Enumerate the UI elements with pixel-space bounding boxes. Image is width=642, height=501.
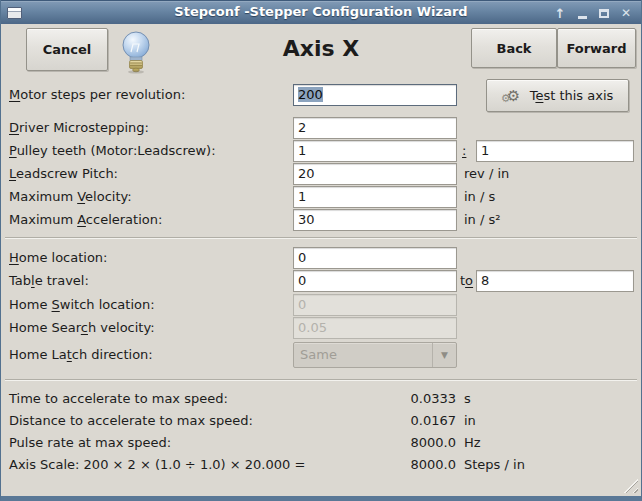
resize-grip[interactable] — [621, 476, 638, 493]
table-travel-to-label: to — [460, 270, 473, 292]
time-to-accel-unit: s — [464, 388, 471, 410]
pulse-rate-label: Pulse rate at max speed: — [9, 432, 171, 454]
home-search-velocity-label: Home Search velocity: — [9, 317, 155, 339]
pitch-unit-label: rev / in — [464, 163, 509, 185]
distance-to-accel-label: Distance to accelerate to max speed: — [9, 410, 253, 432]
distance-to-accel-unit: in — [464, 410, 476, 432]
max-velocity-label: Maximum Velocity: — [9, 186, 132, 208]
pulley-teeth-label: Pulley teeth (Motor:Leadscrew): — [9, 140, 216, 162]
stepconf-window: Stepconf -Stepper Configuration Wizard ↑… — [0, 0, 642, 501]
home-switch-label: Home Switch location: — [9, 294, 155, 316]
motor-steps-label: Motor steps per revolution: — [9, 84, 185, 106]
motor-steps-input[interactable]: 200 — [293, 84, 457, 106]
window-title: Stepconf -Stepper Configuration Wizard — [0, 4, 642, 19]
pulley-ratio-separator: : — [462, 140, 466, 162]
pulse-rate-value: 8000.0 — [381, 432, 456, 454]
axis-scale-label: Axis Scale: 200 × 2 × (1.0 ÷ 1.0) × 20.0… — [9, 454, 305, 476]
home-latch-direction-label: Home Latch direction: — [9, 344, 153, 366]
minimize-button[interactable] — [574, 4, 590, 22]
acceleration-unit-label: in / s² — [464, 209, 500, 231]
time-to-accel-value: 0.0333 — [381, 388, 456, 410]
home-location-input[interactable]: 0 — [293, 247, 457, 269]
axis-scale-unit: Steps / in — [464, 454, 525, 476]
home-search-velocity-input: 0.05 — [293, 317, 457, 339]
leadscrew-pitch-input[interactable]: 20 — [293, 163, 457, 185]
separator — [5, 237, 637, 239]
titlebar[interactable]: Stepconf -Stepper Configuration Wizard ↑… — [0, 0, 642, 24]
pulley-leadscrew-input[interactable]: 1 — [476, 140, 634, 162]
gears-icon: ⚙⚙ — [502, 86, 524, 106]
distance-to-accel-value: 0.0167 — [381, 410, 456, 432]
pulley-motor-input[interactable]: 1 — [293, 140, 457, 162]
chevron-down-icon: ▼ — [432, 343, 456, 367]
forward-button[interactable]: Forward — [557, 28, 636, 68]
home-switch-input: 0 — [293, 294, 457, 316]
velocity-unit-label: in / s — [464, 186, 495, 208]
test-this-axis-button[interactable]: ⚙⚙ Test this axis — [486, 79, 629, 112]
pulse-rate-unit: Hz — [464, 432, 481, 454]
separator — [5, 379, 637, 381]
shade-button[interactable]: ↑ — [552, 4, 568, 22]
back-button[interactable]: Back — [471, 28, 557, 68]
microstepping-input[interactable]: 2 — [293, 117, 457, 139]
max-acceleration-input[interactable]: 30 — [293, 209, 457, 231]
table-travel-label: Table travel: — [9, 270, 89, 292]
maximize-button[interactable] — [596, 4, 612, 22]
max-velocity-input[interactable]: 1 — [293, 186, 457, 208]
close-button[interactable]: ✕ — [618, 4, 634, 22]
table-travel-from-input[interactable]: 0 — [293, 270, 457, 292]
leadscrew-pitch-label: Leadscrew Pitch: — [9, 163, 118, 185]
table-travel-to-input[interactable]: 8 — [476, 270, 634, 292]
home-latch-direction-select: Same ▼ — [293, 342, 457, 368]
microstepping-label: Driver Microstepping: — [9, 117, 149, 139]
home-location-label: Home location: — [9, 247, 108, 269]
axis-scale-value: 8000.0 — [381, 454, 456, 476]
max-acceleration-label: Maximum Acceleration: — [9, 209, 162, 231]
time-to-accel-label: Time to accelerate to max speed: — [9, 388, 228, 410]
